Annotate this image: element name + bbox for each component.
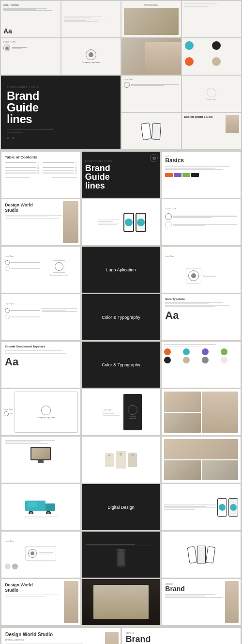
slides-row-9: Logo Type xyxy=(1,532,241,578)
color-typography2-label: Color & Typography xyxy=(102,362,140,367)
footer-brand-title: Brand xyxy=(126,635,237,644)
slides-row-2: Design WorldStudio xyxy=(1,199,241,245)
slide-brand-guidelines[interactable]: Design World Studio BrandGuidelines xyxy=(82,152,161,198)
hero-mosaic: Sora Typeface Aa Photography xyxy=(0,0,242,150)
slide-phone-mockup[interactable] xyxy=(82,199,161,245)
slide-phone-triple[interactable] xyxy=(162,532,241,578)
slides-row-7 xyxy=(1,437,241,483)
slide-photo-layout2[interactable] xyxy=(162,437,241,483)
slide-vertical-phone[interactable] xyxy=(82,532,161,578)
slide-logo-application[interactable]: Logo Aplication xyxy=(82,247,161,293)
footer-design-world[interactable]: Design World Studio Brand Guidelines xyxy=(1,628,121,644)
slide-toc[interactable]: Table of Contents 01 02 03 04 05 06 07 0… xyxy=(1,152,80,198)
toc-title: Table of Contents xyxy=(5,155,77,159)
svg-rect-13 xyxy=(28,502,37,507)
slide-design-world[interactable]: Design WorldStudio xyxy=(1,199,80,245)
hero-cell-company-logo: Company Logo Here xyxy=(61,38,121,75)
slide-logo-type3[interactable]: Logo Type xyxy=(1,532,80,578)
sora-typeface-title: Sora Typeface xyxy=(165,298,237,300)
footer-brand[interactable]: About Brand xyxy=(122,628,241,644)
slides-row-3: Logo Type Company Logo He xyxy=(1,247,241,293)
slides-row-5: Encode Condensed Typeface Aa Color & Typ… xyxy=(1,342,241,388)
slide-phone-mockup2[interactable] xyxy=(162,484,241,530)
encode-title: Encode Condensed Typeface xyxy=(5,345,77,349)
hero-cell-company-logo2: Company Logo xyxy=(182,76,242,112)
brand-hero-small: Design World Studio xyxy=(7,86,115,88)
hero-cell-phones xyxy=(121,113,181,149)
slide-logo-company[interactable]: Logo Type Company Logo Here xyxy=(1,389,80,435)
hero-cell-sora: Sora Typeface Aa xyxy=(1,1,60,37)
slide-logo-type[interactable]: Logo Type xyxy=(162,199,241,245)
slide-color-typography[interactable]: Color & Typography xyxy=(82,294,161,340)
slides-row-1: Table of Contents 01 02 03 04 05 06 07 0… xyxy=(1,152,241,198)
slides-row-6: Logo Type Company Logo Here Logo Type xyxy=(1,389,241,435)
svg-rect-8 xyxy=(45,503,55,511)
hero-cell-brand-guidelines: Design World Studio BrandGuidelines Lore… xyxy=(1,76,121,149)
slides-row-10: Design World Studio About Brand xyxy=(1,579,241,625)
hero-cell-colors xyxy=(182,38,242,75)
hero-cell-logo-type2: Logo Type xyxy=(121,76,181,112)
slide-logo-basics[interactable]: Logo Basics xyxy=(162,152,241,198)
hero-cell-photography: Photography xyxy=(121,1,181,37)
slide-product-mockup[interactable]: Logo Type CompanyLogo Here xyxy=(82,389,161,435)
hero-cell-design-world: Design World Studio xyxy=(182,113,242,149)
slide-digital-design[interactable]: Digital Design xyxy=(82,484,161,530)
footer-dws-sub: Brand Guidelines xyxy=(5,638,117,641)
encode-aa: Aa xyxy=(5,356,77,368)
hero-cell-logo-type: Logo Type xyxy=(1,38,60,75)
slide-monitor[interactable] xyxy=(1,437,80,483)
sora-label: Sora Typeface xyxy=(3,3,58,6)
delivery-truck-icon xyxy=(25,496,57,514)
slide-sora-typeface[interactable]: Sora Typeface Aa xyxy=(162,294,241,340)
digital-design-label: Digital Design xyxy=(107,505,135,510)
slide-logo-grid3[interactable]: Logo Type xyxy=(1,294,80,340)
hero-cell-blank1 xyxy=(182,1,242,37)
slide-tags[interactable] xyxy=(82,437,161,483)
slides-section: Table of Contents 01 02 03 04 05 06 07 0… xyxy=(0,150,242,627)
logo-type-label: Logo Type xyxy=(3,41,58,43)
slide-design-world2[interactable]: Design World Studio xyxy=(1,579,80,625)
slides-row-8: Digital Design xyxy=(1,484,241,530)
color-typography-label: Color & Typography xyxy=(102,315,140,320)
slide-delivery[interactable] xyxy=(1,484,80,530)
logo-basics-title: Basics xyxy=(165,157,237,164)
slide-encode-condensed[interactable]: Encode Condensed Typeface Aa xyxy=(1,342,80,388)
brand-guidelines-title: BrandGuidelines xyxy=(85,164,157,190)
footer-section: Design World Studio Brand Guidelines Abo… xyxy=(0,627,242,644)
slide-logo-grid[interactable]: Logo Type Company Logo He xyxy=(1,247,80,293)
slides-row-4: Logo Type xyxy=(1,294,241,340)
slide-about-brand[interactable]: About Brand xyxy=(162,579,241,625)
brand-hero-title: BrandGuidelines xyxy=(7,90,115,125)
brand-hero-desc: Lorem ipsum dolor sit amet consectetur a… xyxy=(7,128,55,134)
slide-photo-layout[interactable] xyxy=(162,389,241,435)
sora-aa: Aa xyxy=(3,27,58,35)
hero-cell-lines xyxy=(61,1,121,37)
photography-label: Photography xyxy=(124,3,179,6)
slide-photo-dark[interactable] xyxy=(82,579,161,625)
slide-colors-palette[interactable] xyxy=(162,342,241,388)
logo-application-label: Logo Aplication xyxy=(106,267,136,272)
hero-cell-photo1 xyxy=(121,38,181,75)
slide-logo-grid2[interactable]: Logo Type Company Logo xyxy=(162,247,241,293)
sora-aa: Aa xyxy=(165,309,237,322)
hero-section: Sora Typeface Aa Photography xyxy=(0,0,242,150)
slide-color-typography2[interactable]: Color & Typography xyxy=(82,342,161,388)
footer-dws-title: Design World Studio xyxy=(5,632,117,638)
